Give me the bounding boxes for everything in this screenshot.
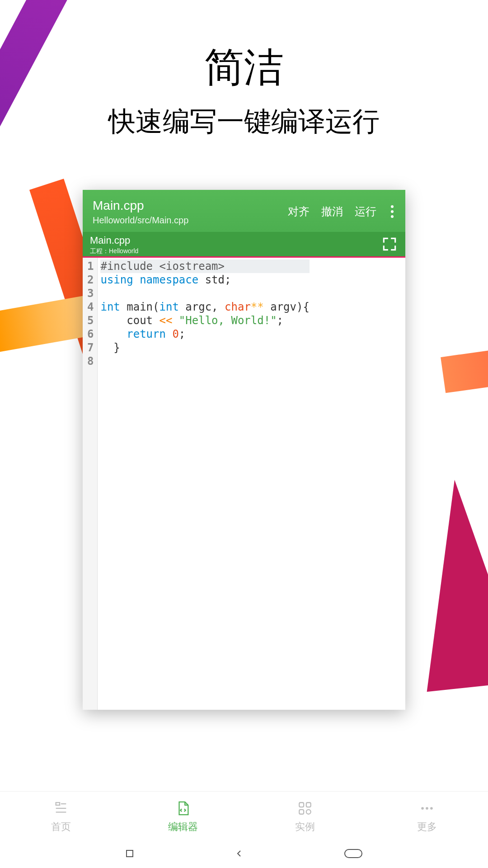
grid-icon [296,799,314,817]
nav-more[interactable]: 更多 [366,792,488,841]
svg-point-10 [430,807,433,810]
decor-bar-orange-right [441,349,488,393]
nav-examples[interactable]: 实例 [244,792,366,841]
code-editor-area[interactable]: 1 2 3 4 5 6 7 8 #include <iostream> usin… [83,258,405,710]
line-number-gutter: 1 2 3 4 5 6 7 8 [83,258,98,710]
svg-rect-12 [345,849,362,858]
editor-tabbar: Main.cpp 工程：Helloworld [83,232,405,256]
sys-home-button[interactable] [344,849,363,860]
editor-title-block: Main.cpp Helloworld/src/Main.cpp [93,198,288,226]
fullscreen-icon[interactable] [381,236,398,255]
sys-recent-button[interactable] [125,849,134,860]
decor-triangle-magenta [405,475,488,692]
nav-more-label: 更多 [417,820,437,834]
marketing-headline: 简洁 快速编写一键编译运行 [0,41,488,140]
editor-filepath: Helloworld/src/Main.cpp [93,215,288,226]
android-system-nav [0,841,488,868]
nav-editor-label: 编辑器 [168,820,198,834]
home-icon [52,799,70,817]
tab-filename[interactable]: Main.cpp [90,235,381,246]
bottom-navigation: 首页 编辑器 实例 更多 [0,791,488,841]
nav-home-label: 首页 [51,820,71,834]
tab-project-label: 工程：Helloworld [90,247,381,255]
svg-point-8 [421,807,424,810]
nav-examples-label: 实例 [295,820,315,834]
more-menu-icon[interactable] [388,205,396,218]
run-button[interactable]: 运行 [355,204,376,219]
code-editor-window: Main.cpp Helloworld/src/Main.cpp 对齐 撤消 运… [83,190,405,710]
svg-rect-6 [299,809,304,814]
editor-toolbar: Main.cpp Helloworld/src/Main.cpp 对齐 撤消 运… [83,190,405,232]
svg-rect-0 [56,802,60,805]
svg-point-9 [426,807,428,810]
svg-rect-11 [127,850,133,857]
code-content[interactable]: #include <iostream> using namespace std;… [98,258,312,710]
nav-editor[interactable]: 编辑器 [122,792,244,841]
editor-filename: Main.cpp [93,198,288,213]
undo-button[interactable]: 撤消 [321,204,343,219]
code-file-icon [174,799,192,817]
svg-rect-4 [299,802,304,807]
sys-back-button[interactable] [234,848,244,861]
svg-rect-5 [306,802,311,807]
headline-title: 简洁 [0,41,488,94]
align-button[interactable]: 对齐 [288,204,310,219]
headline-subtitle: 快速编写一键编译运行 [0,104,488,140]
more-horizontal-icon [418,799,436,817]
svg-point-7 [306,809,311,814]
nav-home[interactable]: 首页 [0,792,122,841]
